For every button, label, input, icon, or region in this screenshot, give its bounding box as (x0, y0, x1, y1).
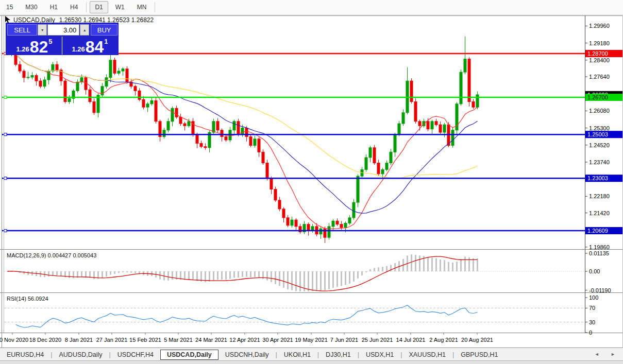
indicator-guide-levels (4, 271, 585, 322)
svg-text:1.25003: 1.25003 (587, 131, 608, 137)
chevron-up-icon: ▲ (83, 28, 87, 32)
svg-text:15 Feb 2021: 15 Feb 2021 (129, 337, 161, 343)
svg-text:70: 70 (589, 305, 595, 311)
sell-price-big: 82 (30, 40, 48, 54)
svg-text:1.21420: 1.21420 (589, 210, 610, 216)
date-axis: 30 Nov 202018 Dec 20208 Jan 202127 Jan 2… (0, 333, 493, 343)
svg-text:18 Dec 2020: 18 Dec 2020 (29, 337, 61, 343)
macd-indicator-label: MACD(12,26,9) 0.004427 0.005043 (7, 252, 96, 258)
timeframe-button-H4[interactable]: H4 (65, 1, 83, 13)
tab-gbpusd-h1[interactable]: GBPUSD,H1 (454, 350, 504, 360)
candlesticks (6, 37, 479, 243)
timeframe-button-D1[interactable]: D1 (90, 1, 108, 13)
timeframe-button-H1[interactable]: H1 (45, 1, 63, 13)
buy-price-prefix: 1.26 (72, 46, 85, 53)
svg-text:1.28700: 1.28700 (587, 50, 608, 57)
bottom-strip (0, 360, 623, 364)
sell-price[interactable]: 1.26 82 5 (7, 37, 62, 55)
price-chart[interactable]: 1.299601.291801.284001.276401.260801.253… (0, 15, 623, 348)
horizontal-level-lines (2, 53, 585, 232)
volume-input[interactable] (47, 24, 79, 36)
tab-dj30-h1[interactable]: DJ30,H1 (319, 350, 358, 360)
buy-price-big: 84 (86, 40, 104, 54)
chart-title: USDCAD,Daily1.26530 1.26941 1.26523 1.26… (13, 16, 154, 24)
svg-text:30 Nov 2020: 30 Nov 2020 (0, 337, 28, 343)
svg-text:2 Aug 2021: 2 Aug 2021 (429, 337, 458, 343)
svg-text:1.24520: 1.24520 (589, 142, 610, 148)
svg-text:19 May 2021: 19 May 2021 (295, 337, 328, 343)
chart-tabs-bar: EURUSD,H4|AUDUSD,Daily|USDCHF,H4USDCAD,D… (0, 349, 623, 360)
toolbar-separator (155, 2, 155, 12)
svg-text:1.29960: 1.29960 (589, 23, 610, 29)
svg-text:100: 100 (589, 294, 598, 301)
tab-usdcad-daily[interactable]: USDCAD,Daily (160, 350, 218, 360)
tab-xauusd-h1[interactable]: XAUUSD,H1 (402, 350, 452, 360)
svg-text:7 Jun 2021: 7 Jun 2021 (330, 337, 358, 343)
svg-text:1.28400: 1.28400 (589, 57, 610, 63)
svg-text:1.20609: 1.20609 (587, 228, 608, 234)
rsi-line (16, 305, 478, 327)
svg-text:1.26080: 1.26080 (589, 108, 610, 114)
tab-usdchf-h4[interactable]: USDCHF,H4 (111, 350, 160, 360)
sell-price-sup: 5 (48, 38, 52, 45)
svg-text:1.23003: 1.23003 (587, 175, 608, 181)
svg-text:0.00: 0.00 (589, 268, 600, 274)
sell-button[interactable]: SELL (7, 24, 37, 36)
tab-audusd-daily[interactable]: AUDUSD,Daily (53, 350, 109, 360)
svg-text:1.22180: 1.22180 (589, 193, 610, 199)
svg-text:1.19860: 1.19860 (589, 244, 610, 250)
tab-usdcnh-daily[interactable]: USDCNH,Daily (218, 350, 276, 360)
tab-eurusd-h4[interactable]: EURUSD,H4 (0, 350, 50, 360)
svg-text:1.23740: 1.23740 (589, 159, 610, 165)
svg-text:25 Jun 2021: 25 Jun 2021 (362, 337, 393, 343)
macd-histogram (7, 254, 478, 291)
svg-text:-0.01190: -0.01190 (589, 287, 611, 293)
rsi-indicator-label: RSI(14) 56.0924 (7, 296, 48, 302)
buy-price[interactable]: 1.26 84 1 (62, 37, 117, 55)
chevron-down-icon: ▼ (41, 28, 44, 32)
volume-decrease-button[interactable]: ▼ (38, 24, 47, 36)
svg-text:20 Aug 2021: 20 Aug 2021 (461, 337, 493, 343)
svg-text:1.26700: 1.26700 (587, 94, 608, 100)
sell-price-prefix: 1.26 (16, 46, 29, 53)
svg-text:1.25300: 1.25300 (589, 125, 610, 131)
tab-scroll-arrows[interactable]: ◄ ► (595, 352, 620, 357)
volume-increase-button[interactable]: ▲ (80, 24, 89, 36)
tab-usdx-h1[interactable]: USDX,H1 (359, 350, 400, 360)
timeframe-button-15[interactable]: 15 (1, 1, 18, 13)
svg-text:30 Apr 2021: 30 Apr 2021 (262, 337, 293, 343)
tab-ukoil-h1[interactable]: UKOil,H1 (277, 350, 317, 360)
svg-text:30: 30 (589, 319, 595, 325)
svg-text:0: 0 (589, 330, 592, 336)
buy-button[interactable]: BUY (91, 24, 117, 36)
timeframe-button-MN[interactable]: MN (132, 1, 152, 13)
buy-price-sup: 1 (104, 38, 108, 45)
svg-text:1.27640: 1.27640 (589, 74, 610, 80)
mouse-cursor-icon (5, 15, 13, 25)
svg-text:27 Jan 2021: 27 Jan 2021 (96, 337, 128, 343)
svg-text:12 Apr 2021: 12 Apr 2021 (229, 337, 260, 343)
svg-text:1.29180: 1.29180 (589, 40, 610, 46)
svg-text:5 Mar 2021: 5 Mar 2021 (164, 337, 193, 343)
timeframe-button-W1[interactable]: W1 (110, 1, 130, 13)
chart-ohlc-values: 1.26530 1.26941 1.26523 1.26822 (59, 16, 154, 24)
svg-text:14 Jul 2021: 14 Jul 2021 (396, 337, 426, 343)
timeframe-button-M30[interactable]: M30 (20, 1, 42, 13)
svg-text:24 Mar 2021: 24 Mar 2021 (195, 337, 227, 343)
timeframe-toolbar: 15M30H1H4D1W1MN (0, 0, 623, 15)
panel-frame (0, 15, 623, 348)
svg-text:8 Jan 2021: 8 Jan 2021 (65, 337, 93, 343)
toolbar-separator (86, 2, 87, 12)
mt4-window: 15M30H1H4D1W1MN 1.299601.291801.284001.2… (0, 0, 623, 364)
svg-text:0.01135: 0.01135 (589, 250, 609, 256)
chart-symbol-label: USDCAD,Daily (13, 16, 55, 24)
one-click-trading-widget: SELL ▼ ▲ BUY 1.26 82 5 1.26 84 1 (6, 23, 119, 55)
